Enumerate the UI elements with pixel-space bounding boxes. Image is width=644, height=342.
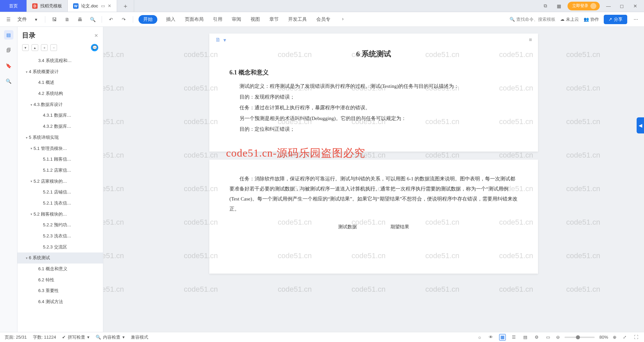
file-menu[interactable]: 文件 bbox=[17, 16, 27, 22]
outline-assist-icon[interactable]: 💬 bbox=[91, 44, 98, 51]
status-spellcheck[interactable]: ✔ 拼写检查 ▾ bbox=[62, 334, 90, 340]
ribbon-tab-member[interactable]: 会员专 bbox=[316, 15, 331, 24]
outline-item[interactable]: ▾4 系统概要设计 bbox=[17, 66, 103, 77]
outline-item[interactable]: 6.1 概念和意义 bbox=[17, 264, 103, 275]
outline-item[interactable]: 4.3.1 数据库… bbox=[17, 110, 103, 121]
tools-view-icon[interactable]: ⚙ bbox=[533, 334, 540, 341]
presentation-icon[interactable]: ▭ bbox=[545, 334, 551, 341]
page-doc-icon[interactable]: 🗎 bbox=[215, 37, 221, 43]
status-compat[interactable]: 兼容模式 bbox=[131, 334, 148, 340]
outline-item[interactable]: 5.1.2 店家信… bbox=[17, 165, 103, 176]
outline-item[interactable]: 6.3 重要性 bbox=[17, 285, 103, 296]
cloud-status[interactable]: ☁未上云 bbox=[560, 16, 579, 22]
tab-templates[interactable]: D 找稻壳模板 bbox=[27, 0, 68, 12]
chevron-down-icon[interactable]: ▾ bbox=[32, 16, 40, 23]
bookmark-rail-icon[interactable]: 🔖 bbox=[4, 61, 13, 70]
layout-icon[interactable]: ⧉ bbox=[541, 3, 550, 9]
zoom-in-button[interactable]: ⊕ bbox=[613, 335, 616, 340]
outline-item[interactable]: 4.3.2 数据库… bbox=[17, 121, 103, 132]
close-button[interactable]: ✕ bbox=[631, 3, 640, 9]
ribbon-tab-pagelayout[interactable]: 页面布局 bbox=[184, 15, 204, 24]
redo-icon[interactable]: ↷ bbox=[120, 16, 127, 23]
outline-item[interactable]: 5.2.3 交流区 bbox=[17, 242, 103, 253]
ribbon-tab-start[interactable]: 开始 bbox=[139, 15, 157, 24]
outline-item[interactable]: ▾5 系统详细实现 bbox=[17, 132, 103, 143]
document-canvas[interactable]: 🗎▾ ≡ 6 系统测试 6.1 概念和意义 测试的定义：程序测试是为了发现错误而… bbox=[103, 27, 644, 332]
clipboard-rail-icon[interactable]: 🗐 bbox=[4, 46, 13, 55]
expand-all-button[interactable]: ▴ bbox=[32, 44, 38, 51]
remove-outline-button[interactable]: － bbox=[50, 44, 57, 51]
outline-item[interactable]: 3.4 系统流程和… bbox=[17, 55, 103, 66]
ribbon-tab-section[interactable]: 章节 bbox=[269, 15, 279, 24]
expand-icon[interactable]: ▾ bbox=[29, 145, 34, 152]
collab-button[interactable]: 👥协作 bbox=[584, 16, 599, 22]
outline-item[interactable]: 5.1.1 顾客信… bbox=[17, 154, 103, 165]
page-tools-right[interactable]: ≡ bbox=[529, 37, 532, 43]
status-contentcheck[interactable]: 🔍 内容检查 ▾ bbox=[96, 334, 125, 340]
right-drawer-tab[interactable]: ◀ bbox=[637, 117, 644, 133]
ribbon-tab-view[interactable]: 视图 bbox=[250, 15, 261, 24]
fit-page-icon[interactable]: ⤢ bbox=[621, 334, 628, 341]
fullscreen-icon[interactable]: ⛶ bbox=[633, 334, 639, 341]
tab-window-icon[interactable]: ▭ bbox=[101, 3, 105, 8]
outline-item[interactable]: 5.2.2 预约功… bbox=[17, 220, 103, 231]
outline-item[interactable]: 5.2.3 洗衣信… bbox=[17, 231, 103, 242]
ribbon-tab-insert[interactable]: 插入 bbox=[165, 15, 176, 24]
ribbon-tab-review[interactable]: 审阅 bbox=[231, 15, 242, 24]
tab-home[interactable]: 首页 bbox=[0, 0, 27, 12]
outline-item[interactable]: ▾6 系统测试 bbox=[17, 252, 103, 264]
preview-icon[interactable]: 🔍 bbox=[89, 16, 96, 23]
ribbon-more-icon[interactable]: › bbox=[339, 15, 346, 22]
share-button[interactable]: ↗分享 bbox=[604, 15, 627, 24]
outline-item[interactable]: 4.1 概述 bbox=[17, 77, 103, 88]
undo-icon[interactable]: ↶ bbox=[107, 16, 115, 23]
outline-view-icon[interactable]: ☰ bbox=[511, 334, 517, 341]
outline-item[interactable]: ▾5.1 管理员模块… bbox=[17, 143, 103, 154]
save-icon[interactable]: 🖫 bbox=[51, 16, 58, 23]
toolbar-more-icon[interactable]: ⋯ bbox=[632, 16, 639, 23]
outline-item[interactable]: 4.2 系统结构 bbox=[17, 88, 103, 99]
tab-add[interactable]: ＋ bbox=[117, 0, 134, 12]
apps-icon[interactable]: ▦ bbox=[554, 3, 564, 9]
tab-close-icon[interactable]: ✕ bbox=[108, 3, 111, 8]
tab-document-active[interactable]: W 论文.doc ▭ ✕ bbox=[68, 0, 117, 12]
page-view-icon[interactable]: ▦ bbox=[499, 334, 506, 341]
expand-icon[interactable]: ▾ bbox=[24, 69, 29, 75]
status-wordcount[interactable]: 字数: 11224 bbox=[33, 334, 56, 340]
maximize-button[interactable]: ◻ bbox=[617, 3, 627, 9]
ribbon-tab-reference[interactable]: 引用 bbox=[212, 15, 223, 24]
zoom-value[interactable]: 80% bbox=[599, 335, 608, 340]
command-search[interactable]: 🔍 查找命令、搜索模板 bbox=[509, 16, 555, 22]
search-rail-icon[interactable]: 🔍 bbox=[4, 76, 13, 86]
page-drop-icon[interactable]: ▾ bbox=[223, 37, 226, 43]
save-as-icon[interactable]: 🗎 bbox=[63, 16, 71, 23]
add-outline-button[interactable]: ＋ bbox=[41, 44, 48, 51]
outline-item[interactable]: ▾5.2 店家模块的… bbox=[17, 176, 103, 187]
collapse-all-button[interactable]: ▾ bbox=[22, 44, 29, 51]
login-button[interactable]: 立即登录 bbox=[568, 2, 600, 10]
outline-rail-icon[interactable]: ▤ bbox=[4, 30, 13, 40]
focus-mode-icon[interactable]: ☼ bbox=[476, 334, 483, 341]
web-view-icon[interactable]: ▤ bbox=[522, 334, 529, 341]
page-tools-left[interactable]: 🗎▾ bbox=[215, 37, 226, 43]
ribbon-tab-devtools[interactable]: 开发工具 bbox=[287, 15, 308, 24]
expand-icon[interactable]: ▾ bbox=[29, 211, 34, 217]
zoom-out-button[interactable]: ⊖ bbox=[556, 335, 560, 340]
expand-icon[interactable]: ▾ bbox=[24, 134, 29, 141]
outline-close-icon[interactable]: ✕ bbox=[94, 33, 98, 38]
outline-item[interactable]: 5.2.1 洗衣信… bbox=[17, 198, 103, 209]
outline-item[interactable]: ▾5.2 顾客模块的… bbox=[17, 209, 103, 220]
read-mode-icon[interactable]: 👁 bbox=[488, 334, 494, 341]
print-icon[interactable]: 🖶 bbox=[76, 16, 84, 23]
outline-item[interactable]: ▾4.3.数据库设计 bbox=[17, 99, 103, 110]
expand-icon[interactable]: ▾ bbox=[24, 255, 29, 261]
outline-item[interactable]: 6.4 测试方法 bbox=[17, 296, 103, 307]
expand-icon[interactable]: ▾ bbox=[29, 178, 34, 184]
menu-icon[interactable]: ☰ bbox=[5, 16, 12, 23]
outline-item[interactable]: 5.2.1 店铺信… bbox=[17, 187, 103, 198]
outline-item[interactable]: 6.2 特性 bbox=[17, 275, 103, 286]
minimize-button[interactable]: — bbox=[604, 3, 613, 9]
expand-icon[interactable]: ▾ bbox=[29, 102, 34, 108]
status-page[interactable]: 页面: 25/31 bbox=[5, 334, 27, 340]
zoom-slider[interactable] bbox=[565, 337, 595, 338]
